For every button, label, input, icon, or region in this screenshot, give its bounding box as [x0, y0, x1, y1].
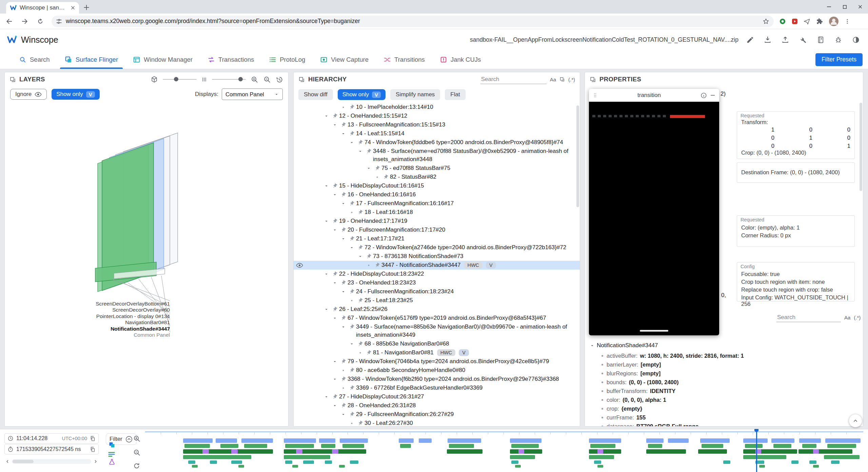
screenshot-overlay-window[interactable]: transition: [589, 89, 719, 335]
chevron-down-icon[interactable]: [331, 375, 339, 382]
timeline-segment[interactable]: [589, 455, 614, 459]
displays-select[interactable]: Common Panel: [222, 88, 283, 100]
timeline-segment[interactable]: [238, 465, 244, 468]
pin-icon[interactable]: [330, 270, 339, 277]
pin-icon[interactable]: [347, 199, 356, 206]
timeline-zoom-in-icon[interactable]: [133, 435, 141, 442]
pin-icon[interactable]: [339, 279, 348, 286]
tab-window-manager[interactable]: Window Manager: [125, 50, 200, 69]
timeline-segment[interactable]: [799, 438, 821, 443]
tree-node[interactable]: 26 - Leaf:25:25#26: [294, 305, 580, 314]
pin-icon[interactable]: [339, 226, 348, 233]
transactions-trace-icon[interactable]: [108, 450, 115, 458]
pin-icon[interactable]: [347, 130, 356, 137]
chevron-down-icon[interactable]: [331, 357, 339, 364]
timeline-segment[interactable]: [759, 465, 765, 468]
timeline-segment[interactable]: [518, 449, 524, 454]
pin-icon[interactable]: [347, 288, 356, 295]
timeline-segment[interactable]: [183, 455, 251, 459]
zoom-in-icon[interactable]: [251, 76, 258, 83]
panel-icon[interactable]: [9, 76, 16, 83]
timeline-segment[interactable]: [802, 444, 816, 448]
layer-label[interactable]: NavigationBar0#81: [5, 319, 170, 326]
timeline-segment[interactable]: [340, 438, 368, 443]
timeline-segment[interactable]: [184, 444, 210, 448]
profile-avatar[interactable]: [829, 16, 839, 26]
timeline-segment[interactable]: [831, 460, 840, 464]
layer-label[interactable]: ScreenDecorOverlay#60: [5, 307, 170, 313]
property-row[interactable]: bufferTransform:IDENTITY: [585, 387, 860, 395]
scroll-right-icon[interactable]: [93, 458, 99, 465]
tab-surface-flinger[interactable]: Surface Flinger: [57, 50, 125, 69]
show-only-visible-toggle[interactable]: Show only V: [52, 89, 99, 100]
upload-button[interactable]: [779, 34, 791, 46]
tree-node[interactable]: 15 - HideDisplayCutout:16:16#15: [294, 181, 580, 190]
timeline-segment[interactable]: [827, 444, 856, 448]
pin-icon[interactable]: [339, 314, 348, 321]
tree-node[interactable]: 17 - FullscreenMagnification:16:16#17: [294, 199, 580, 208]
chevron-down-icon[interactable]: [331, 314, 339, 321]
timeline-segment[interactable]: [319, 438, 336, 443]
browser-menu-icon[interactable]: [844, 18, 850, 24]
chevron-down-icon[interactable]: [339, 323, 347, 330]
pin-icon[interactable]: [364, 252, 373, 259]
extension-icon-plane[interactable]: [804, 18, 810, 25]
tree-node[interactable]: 3368 - WindowToken{f6b2f60 type=2024 and…: [294, 375, 580, 383]
chevron-down-icon[interactable]: [339, 235, 347, 241]
window-minimize-button[interactable]: [821, 0, 837, 14]
regex-icon[interactable]: (.*): [568, 77, 575, 82]
zoom-out-icon[interactable]: [263, 76, 271, 83]
tab-search[interactable]: Search: [12, 50, 57, 69]
timeline-segment[interactable]: [745, 444, 763, 448]
tree-node[interactable]: 68 - 885b63e NavigationBar0#68: [294, 339, 580, 348]
spacing-slider[interactable]: [212, 79, 246, 80]
timeline-segment[interactable]: [648, 444, 662, 448]
chevron-down-icon[interactable]: [322, 393, 330, 399]
pin-icon[interactable]: [330, 217, 339, 224]
timeline-segment[interactable]: [510, 449, 542, 454]
timeline-segment[interactable]: [597, 465, 603, 468]
dark-mode-button[interactable]: [850, 34, 862, 46]
pin-icon[interactable]: [356, 208, 364, 215]
tab-view-capture[interactable]: View Capture: [313, 50, 376, 69]
tree-node[interactable]: 27 - HideDisplayCutout:26:31#27: [294, 392, 580, 401]
timeline-segment[interactable]: [231, 449, 238, 454]
filter-presets-button[interactable]: Filter Presets: [815, 53, 863, 66]
timeline-segment[interactable]: [813, 465, 819, 468]
scroll-thumb[interactable]: [13, 460, 34, 463]
site-settings-icon[interactable]: [56, 18, 62, 25]
timeline-segment[interactable]: [589, 449, 621, 454]
tree-node[interactable]: 22 - HideDisplayCutout:18:23#22: [294, 270, 580, 278]
tree-node[interactable]: 21 - Leaf:17:17#21: [294, 234, 580, 243]
tree-node[interactable]: 20 - FullscreenMagnification:17:17#20: [294, 225, 580, 234]
chevron-down-icon[interactable]: [356, 147, 364, 154]
timeline-segment[interactable]: [241, 438, 273, 443]
timeline-segment[interactable]: [515, 465, 521, 468]
chevron-down-icon[interactable]: [322, 270, 330, 277]
timeline-segment[interactable]: [303, 460, 314, 464]
timeline-segment[interactable]: [668, 438, 689, 443]
tree-node[interactable]: 3447 - NotificationShade#3447HWCV: [294, 261, 580, 270]
regex-icon[interactable]: (.*): [854, 315, 861, 320]
pin-icon[interactable]: [330, 182, 339, 189]
scroll-left-icon[interactable]: [4, 458, 11, 465]
property-row[interactable]: dataspace:BT709 sRGB Full range: [585, 422, 860, 427]
chevron-down-icon[interactable]: [590, 343, 595, 348]
expand-timeline-button[interactable]: [849, 414, 862, 427]
layer-label[interactable]: ScreenDecorOverlayBottom#61: [5, 301, 170, 307]
pin-icon[interactable]: [364, 147, 373, 154]
pin-icon[interactable]: [339, 191, 348, 198]
layer-label[interactable]: NotificationShade#3447: [5, 326, 170, 332]
timeline-segment[interactable]: [700, 438, 730, 443]
pin-icon[interactable]: [347, 323, 356, 330]
timeline-segment[interactable]: [723, 460, 730, 464]
pin-icon[interactable]: [330, 393, 339, 400]
pin-icon[interactable]: [356, 340, 364, 347]
tree-node[interactable]: 3449 - Surface(name=885b63e NavigationBa…: [294, 322, 580, 339]
show-diff-toggle[interactable]: Show diff: [298, 89, 333, 100]
timeline-segment[interactable]: [771, 438, 794, 443]
tab-protolog[interactable]: ProtoLog: [261, 50, 313, 69]
pin-icon[interactable]: [330, 305, 339, 312]
timeline-cursor-marker[interactable]: [754, 429, 759, 433]
selected-node-row[interactable]: NotificationShade#3447: [590, 341, 658, 350]
